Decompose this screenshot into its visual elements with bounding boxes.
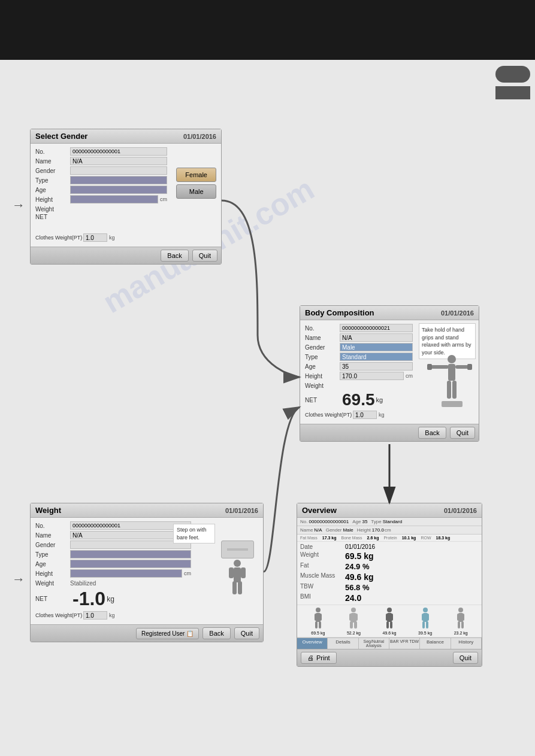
body-comp-date: 01/01/2016 bbox=[441, 309, 474, 317]
overview-info-bar-2: Name N/A Gender Male Height 170.0 cm bbox=[297, 526, 482, 535]
gender-name-label: Name bbox=[35, 158, 70, 165]
tab-overview[interactable]: Overview bbox=[297, 637, 328, 649]
fig-weight-val: 69.5 kg bbox=[311, 631, 325, 635]
weight-gender-row: Gender bbox=[35, 541, 191, 549]
gender-clothes-row: Clothes Weight(PT) 1.0 kg bbox=[35, 233, 167, 242]
weight-height-label: Height bbox=[35, 570, 70, 577]
tab-history[interactable]: History bbox=[451, 637, 482, 649]
svg-rect-1 bbox=[234, 567, 241, 582]
gender-panel-header: Select Gender 01/01/2016 bbox=[31, 129, 221, 144]
weight-gender-label: Gender bbox=[35, 542, 70, 548]
bc-btn-bar: Back Quit bbox=[300, 424, 479, 441]
overview-quit-button[interactable]: Quit bbox=[453, 652, 478, 664]
bc-net-label: NET bbox=[305, 397, 340, 403]
ov-fat-mass-label: Fat Mass bbox=[300, 536, 318, 540]
right-rect-button[interactable] bbox=[495, 86, 530, 99]
weight-name-label: Name bbox=[35, 532, 70, 539]
fig-tbw: 39.5 kg bbox=[418, 607, 432, 635]
gender-clothes-value: 1.0 bbox=[83, 233, 107, 242]
bc-clothes-label: Clothes Weight(PT) bbox=[305, 412, 353, 418]
bc-age-label: Age bbox=[305, 363, 340, 370]
ov-height-label: Height bbox=[357, 527, 371, 533]
ov-date-value: 01/01/2016 bbox=[345, 544, 479, 550]
svg-rect-2 bbox=[229, 567, 234, 578]
weight-clothes-row: Clothes Weight(PT) 1.0 kg bbox=[35, 611, 191, 620]
ov-type-label: Type bbox=[371, 519, 381, 524]
weight-big-value: -1.0 bbox=[72, 588, 105, 610]
svg-rect-29 bbox=[386, 614, 389, 621]
ov-age-value: 35 bbox=[362, 519, 367, 524]
bc-height-label: Height bbox=[305, 373, 340, 379]
svg-rect-30 bbox=[390, 614, 393, 621]
weight-age-label: Age bbox=[35, 561, 70, 567]
overview-print-button[interactable]: 🖨 Print bbox=[301, 652, 337, 664]
overview-figures-row: 69.5 kg 52.2 kg 49.6 kg 39.5 kg 23.2 kg bbox=[297, 605, 482, 637]
ov-name-value: N/A bbox=[314, 527, 322, 533]
svg-rect-24 bbox=[354, 614, 358, 621]
fig-row: 23.2 kg bbox=[454, 607, 468, 635]
body-comp-title: Body Composition bbox=[305, 308, 374, 317]
gender-clothes-unit: kg bbox=[109, 235, 115, 241]
svg-rect-23 bbox=[349, 614, 353, 621]
bc-back-button[interactable]: Back bbox=[418, 427, 446, 439]
fig-fat-val: 52.2 kg bbox=[347, 631, 361, 635]
svg-rect-5 bbox=[238, 581, 242, 594]
bc-weight-unit: kg bbox=[376, 396, 383, 403]
tab-bar-vfr[interactable]: BAR VFR TDW bbox=[389, 637, 420, 649]
male-button[interactable]: Male bbox=[176, 184, 216, 199]
svg-rect-14 bbox=[442, 401, 463, 407]
svg-rect-4 bbox=[232, 581, 237, 594]
gender-age-value bbox=[70, 186, 167, 194]
gender-quit-button[interactable]: Quit bbox=[192, 250, 217, 262]
weight-back-button[interactable]: Back bbox=[202, 627, 230, 639]
gender-weight-label: Weight bbox=[35, 206, 70, 212]
gender-back-button[interactable]: Back bbox=[161, 250, 188, 262]
gender-btn-bar: Back Quit bbox=[31, 247, 221, 264]
gender-name-value: N/A bbox=[70, 157, 167, 165]
tab-details[interactable]: Details bbox=[328, 637, 358, 649]
ov-name-label: Name bbox=[300, 527, 313, 533]
ov-row-value: 18.3 kg bbox=[436, 536, 450, 540]
ov-protein-label: Protein bbox=[383, 536, 397, 540]
weight-net-row: NET -1.0 kg bbox=[35, 588, 191, 610]
ov-gender-value: Male bbox=[343, 527, 353, 533]
weight-big-unit: kg bbox=[107, 595, 114, 603]
svg-point-21 bbox=[351, 608, 356, 612]
weight-clothes-label: Clothes Weight(PT) bbox=[35, 612, 83, 618]
bc-gender-value: Male bbox=[340, 343, 413, 351]
tab-seg-analysis[interactable]: Seg/NutrialAnalysis bbox=[359, 637, 389, 649]
tab-balance[interactable]: Balance bbox=[420, 637, 451, 649]
weight-type-row: Type bbox=[35, 550, 191, 558]
gender-gender-label: Gender bbox=[35, 168, 70, 174]
right-oval-button[interactable] bbox=[495, 66, 530, 83]
ov-bone-mass-value: 2.6 kg bbox=[367, 536, 379, 540]
svg-rect-20 bbox=[319, 621, 321, 629]
bc-clothes-unit: kg bbox=[379, 412, 385, 418]
fig-row-val: 23.2 kg bbox=[454, 631, 468, 635]
svg-rect-25 bbox=[350, 621, 353, 629]
ov-row-label: ROW bbox=[421, 536, 431, 540]
svg-rect-19 bbox=[315, 621, 318, 629]
registered-user-button[interactable]: Registered User 📋 bbox=[136, 628, 199, 639]
svg-rect-35 bbox=[422, 614, 425, 621]
fig-tbw-val: 39.5 kg bbox=[418, 631, 432, 635]
weight-quit-button[interactable]: Quit bbox=[234, 627, 259, 639]
ov-date-label: Date bbox=[300, 544, 345, 550]
bc-clothes-value: 1.0 bbox=[353, 411, 377, 419]
gender-net-row: NET bbox=[35, 214, 167, 220]
ov-bmi-value: 24.0 bbox=[345, 593, 479, 603]
gender-age-row: Age bbox=[35, 186, 167, 194]
arrow-left-1: → bbox=[12, 198, 25, 213]
weight-panel-date: 01/01/2016 bbox=[225, 507, 258, 514]
bc-height-row: Height 170.0 cm bbox=[305, 372, 413, 380]
svg-rect-8 bbox=[431, 365, 449, 369]
bc-no-row: No. 0000000000000021 bbox=[305, 324, 413, 332]
bc-quit-button[interactable]: Quit bbox=[450, 427, 475, 439]
bc-age-row: Age 35 bbox=[305, 362, 413, 371]
overview-panel: Overview 01/01/2016 No. 000000000000001 … bbox=[297, 503, 482, 667]
bc-no-value: 0000000000000021 bbox=[340, 324, 413, 332]
ov-fat-value: 24.9 % bbox=[345, 562, 479, 571]
female-button[interactable]: Female bbox=[176, 168, 216, 182]
svg-point-33 bbox=[423, 608, 428, 612]
ov-tbw-label: TBW bbox=[300, 583, 345, 592]
